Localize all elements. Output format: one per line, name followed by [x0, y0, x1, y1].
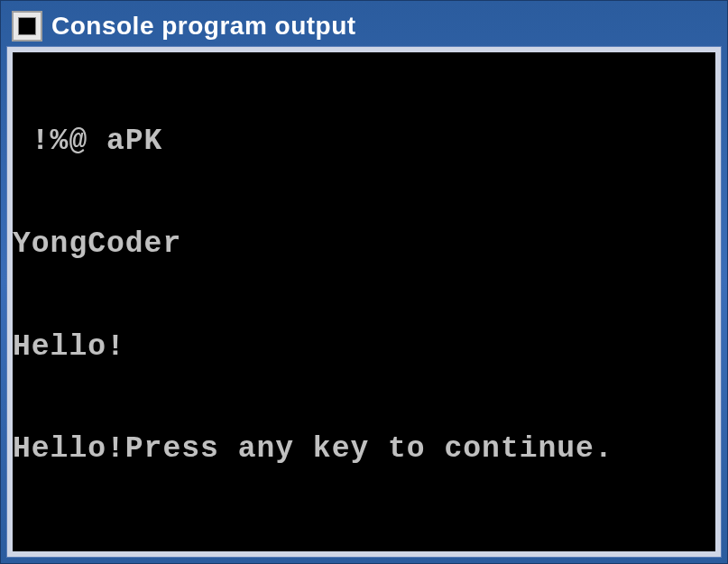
console-window: Console program output !%@ aPK YongCoder… [0, 0, 728, 564]
console-line: !%@ aPK [13, 125, 715, 159]
console-line: Hello!Press any key to continue. [13, 432, 715, 467]
app-icon [12, 11, 42, 42]
cursor-line [13, 535, 715, 551]
console-line: Hello! [13, 330, 715, 365]
console-line: YongCoder [13, 227, 715, 262]
console-output[interactable]: !%@ aPK YongCoder Hello! Hello!Press any… [13, 52, 715, 551]
content-frame: !%@ aPK YongCoder Hello! Hello!Press any… [6, 46, 722, 558]
titlebar[interactable]: Console program output [6, 6, 722, 46]
window-title: Console program output [51, 12, 356, 41]
